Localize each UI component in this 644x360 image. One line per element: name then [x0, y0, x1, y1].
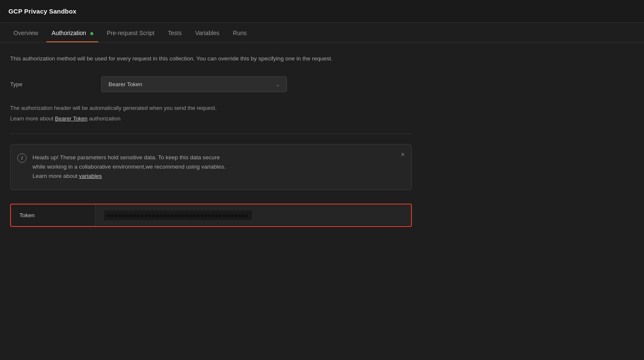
tab-runs[interactable]: Runs: [228, 23, 252, 42]
description-text: This authorization method will be used f…: [10, 55, 412, 63]
token-label: Token: [11, 205, 95, 226]
tab-variables[interactable]: Variables: [190, 23, 224, 42]
token-row: Token ●●●●●●●●●●●●●●●●●●●●●●●●●●●●●●●●●●…: [10, 204, 412, 227]
banner-close-button[interactable]: ×: [401, 151, 405, 158]
variables-link[interactable]: variables: [79, 173, 102, 179]
type-dropdown[interactable]: Bearer Token ⌄: [101, 76, 287, 92]
app-title: GCP Privacy Sandbox: [8, 8, 636, 15]
tabs-bar: Overview Authorization Pre-request Scrip…: [0, 23, 644, 43]
bearer-token-link[interactable]: Bearer Token: [55, 115, 87, 122]
main-content: This authorization method will be used f…: [0, 43, 422, 239]
info-banner-text: Heads up! These parameters hold sensitiv…: [32, 153, 403, 181]
tab-tests[interactable]: Tests: [163, 23, 187, 42]
type-dropdown-value: Bearer Token: [108, 81, 142, 87]
token-value-field[interactable]: ●●●●●●●●●●●●●●●●●●●●●●●●●●●●●●●●●●●●●●: [95, 205, 411, 225]
token-masked-value: ●●●●●●●●●●●●●●●●●●●●●●●●●●●●●●●●●●●●●●: [104, 210, 252, 220]
auth-info-line2: Learn more about Bearer Token authorizat…: [10, 115, 412, 123]
auth-info-line1: The authorization header will be automat…: [10, 104, 412, 113]
type-row: Type Bearer Token ⌄: [10, 76, 412, 92]
auth-info-section: The authorization header will be automat…: [10, 104, 412, 123]
title-bar: GCP Privacy Sandbox: [0, 0, 644, 23]
tab-authorization[interactable]: Authorization: [46, 23, 98, 42]
info-banner: i Heads up! These parameters hold sensit…: [10, 144, 412, 190]
type-label: Type: [10, 81, 95, 87]
tab-overview[interactable]: Overview: [8, 23, 43, 42]
authorization-dot: [90, 32, 93, 35]
tab-pre-request-script[interactable]: Pre-request Script: [102, 23, 160, 42]
chevron-down-icon: ⌄: [276, 82, 280, 87]
section-divider: [10, 134, 412, 134]
info-icon: i: [17, 153, 27, 163]
